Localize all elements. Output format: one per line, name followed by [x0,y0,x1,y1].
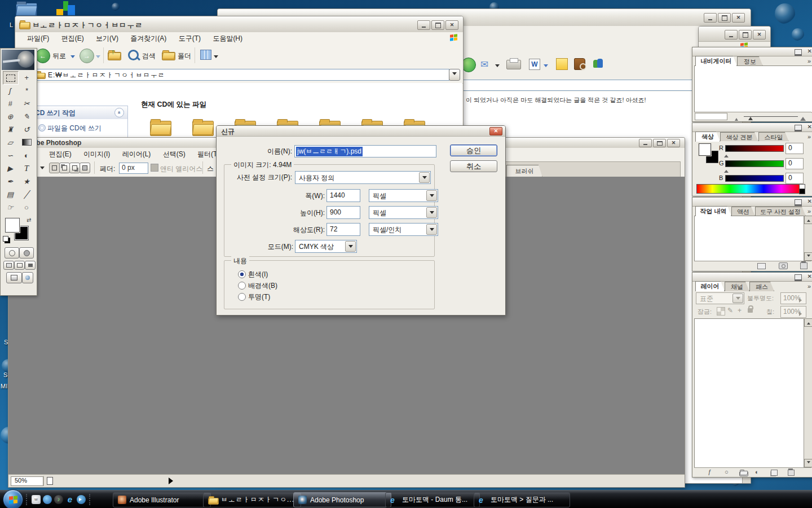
color-spectrum-bar[interactable] [696,184,800,194]
search-icon[interactable] [128,50,139,60]
width-unit-combobox[interactable]: 픽셀 [369,189,438,202]
healing-brush-tool[interactable]: ⊕ [3,110,17,122]
taskbar-grip[interactable] [89,494,91,505]
back-dropdown-icon[interactable] [70,54,75,62]
r-slider[interactable] [725,145,784,152]
tab-layers[interactable]: 레이어 [695,281,725,291]
opacity-field[interactable]: 100% [780,292,806,304]
zoom-out-icon[interactable] [735,115,738,122]
panel-menu-icon[interactable]: » [807,283,811,290]
brush-palette-tab[interactable]: 브러쉬 [506,165,542,177]
clone-stamp-tool[interactable]: ♜ [3,123,17,135]
minimize-button[interactable] [795,125,802,132]
mode-combobox[interactable]: CMYK 색상 [295,240,357,253]
folders-icon[interactable] [162,50,174,59]
taskbar-button-folder[interactable]: ㅂㅗㄹㅏㅁㅈㅏㄱㅇ... [203,492,301,507]
height-unit-combobox[interactable]: 픽셀 [369,206,438,219]
selection-new-icon[interactable] [49,163,60,173]
minimize-button[interactable] [639,139,652,147]
start-button[interactable] [3,489,23,508]
ok-button[interactable]: 승인 [450,144,497,156]
maximize-button[interactable] [718,13,731,23]
taskbar-button-qna[interactable]: e 토마토맥 > 질문과 ... [474,492,570,507]
minimize-button[interactable] [725,30,738,40]
history-brush-tool[interactable]: ↺ [19,123,34,135]
collapse-chevron-icon[interactable]: » [114,108,124,117]
new-layer-icon[interactable] [771,470,778,476]
menu-file[interactable]: 파일(F) [22,32,54,43]
color-titlebar[interactable]: ✕ [692,123,812,132]
preset-combobox[interactable]: 사용자 정의 [295,171,431,184]
path-select-tool[interactable]: ▶ [3,162,17,174]
layers-list[interactable] [694,318,805,468]
lasso-tool[interactable]: ʃ [3,84,17,97]
spectrum-black[interactable] [799,189,805,194]
antialias-checkbox[interactable] [151,164,158,172]
rectangular-marquee-tool[interactable] [3,71,19,85]
mail-icon[interactable]: ✉ [480,59,488,71]
views-dropdown-icon[interactable] [214,54,218,62]
address-dropdown-button[interactable] [449,69,460,81]
menu-view[interactable]: 보기(V) [91,32,123,43]
minimize-button[interactable] [795,49,802,56]
new-document-from-state-icon[interactable] [757,263,766,269]
move-tool[interactable]: + [19,71,34,84]
lock-transparency-icon[interactable] [717,307,725,316]
swap-colors-icon[interactable]: ⇄ [27,217,31,223]
pen-tool[interactable]: ✒ [3,175,17,187]
print-icon[interactable] [506,60,521,69]
taskbar-button-photoshop[interactable]: Adobe Photoshop [293,492,391,507]
cancel-button[interactable]: 취소 [450,160,497,172]
back-label[interactable]: 뒤로 [52,51,66,61]
brush-tool[interactable]: ✎ [19,110,34,122]
minimize-button[interactable] [795,199,802,206]
file-folder[interactable] [192,119,213,135]
screen-mode-full-button[interactable] [25,261,36,270]
dialog-titlebar[interactable]: 신규 ✕ [217,126,505,137]
menu-favorites[interactable]: 즐겨찾기(A) [125,32,171,43]
quicklaunch-music-icon[interactable]: ♪ [54,495,63,504]
close-button[interactable]: ✕ [807,48,812,54]
up-folder-icon[interactable]: ↑ [108,50,120,59]
g-value[interactable]: 0 [785,158,804,169]
close-button[interactable]: ✕ [807,198,812,204]
resolution-unit-combobox[interactable]: 픽셀/인치 [369,223,438,236]
g-slider[interactable] [725,160,784,167]
new-group-icon[interactable] [739,470,747,475]
menu-layer[interactable]: 레이어(L) [117,148,156,159]
forward-icon[interactable]: → [80,49,94,63]
radio-transparent[interactable] [238,293,246,301]
foreground-color-swatch[interactable] [5,218,20,233]
b-value[interactable]: 0 [785,173,804,184]
cd-task-item[interactable]: 파일을 CD에 쓰기 [47,124,102,133]
tab-info[interactable]: 정보 [737,56,763,66]
navigator-zoom-field[interactable] [695,113,727,120]
views-icon[interactable] [200,50,211,60]
tab-color[interactable]: 색상 [695,132,720,142]
menu-edit[interactable]: 편집(E) [44,148,77,159]
file-folder[interactable] [150,119,170,135]
jump-to-imageready-button[interactable] [6,272,22,283]
minimize-button[interactable] [417,20,430,30]
tab-tool-presets[interactable]: 도구 사전 설정 [755,207,806,216]
minimize-button[interactable] [795,274,802,281]
slice-tool[interactable]: ✂ [19,97,34,110]
panel-menu-icon[interactable]: » [807,58,811,64]
ie2-titlebar[interactable]: ✕ [699,27,770,42]
menu-help[interactable]: 도움말(H) [208,32,248,43]
close-button[interactable]: ✕ [753,30,766,40]
forward-dropdown-icon[interactable] [96,54,100,62]
scroll-down-icon[interactable] [804,459,812,467]
r-value[interactable]: 0 [785,143,804,154]
blend-mode-combobox[interactable]: 표준 [696,292,744,304]
close-button[interactable]: ✕ [732,13,745,23]
tab-actions[interactable]: 액션 [731,207,755,216]
radio-background-color[interactable] [238,282,246,290]
standard-mode-button[interactable] [5,247,19,259]
desktop-app-icon[interactable] [56,1,76,16]
panel-menu-icon[interactable]: » [807,208,811,214]
tab-paths[interactable]: 패스 [749,282,774,291]
magic-wand-tool[interactable]: * [19,84,34,97]
menu-image[interactable]: 이미지(I) [78,148,115,159]
close-button[interactable]: ✕ [667,139,680,147]
